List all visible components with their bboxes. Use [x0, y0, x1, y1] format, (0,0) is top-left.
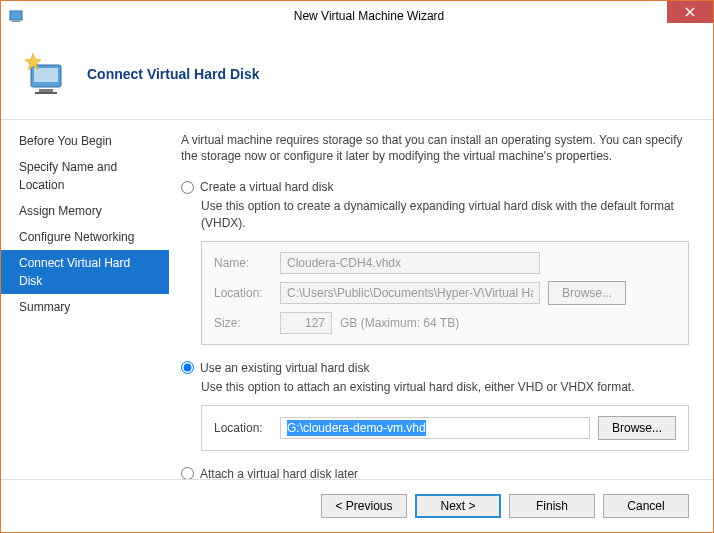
intro-text: A virtual machine requires storage so th…: [181, 132, 689, 164]
step-before-you-begin[interactable]: Before You Begin: [1, 128, 169, 154]
previous-button[interactable]: < Previous: [321, 494, 407, 518]
app-icon: [9, 8, 25, 24]
wizard-content: A virtual machine requires storage so th…: [169, 120, 713, 490]
radio-create-disk[interactable]: [181, 181, 194, 194]
svg-rect-1: [12, 21, 20, 22]
name-label: Name:: [214, 256, 272, 270]
svg-rect-0: [10, 11, 22, 20]
step-summary[interactable]: Summary: [1, 294, 169, 320]
create-desc: Use this option to create a dynamically …: [201, 198, 689, 230]
existing-fields: Location: G:\cloudera-demo-vm.vhd Browse…: [201, 405, 689, 451]
next-button[interactable]: Next >: [415, 494, 501, 518]
radio-existing-disk[interactable]: [181, 361, 194, 374]
size-input: [280, 312, 332, 334]
step-configure-networking[interactable]: Configure Networking: [1, 224, 169, 250]
cancel-button[interactable]: Cancel: [603, 494, 689, 518]
window-title: New Virtual Machine Wizard: [25, 9, 713, 23]
page-title: Connect Virtual Hard Disk: [87, 66, 259, 82]
create-fields: Name: Location: Browse... Size: GB (Maxi…: [201, 241, 689, 345]
svg-rect-4: [39, 89, 53, 92]
titlebar: New Virtual Machine Wizard: [1, 1, 713, 31]
svg-rect-3: [34, 68, 58, 82]
radio-existing-label: Use an existing virtual hard disk: [200, 361, 369, 375]
wizard-icon: [21, 49, 71, 99]
create-location-input: [280, 282, 540, 304]
create-browse-button: Browse...: [548, 281, 626, 305]
step-connect-disk[interactable]: Connect Virtual Hard Disk: [1, 250, 169, 294]
existing-location-input[interactable]: G:\cloudera-demo-vm.vhd: [280, 417, 590, 439]
wizard-header: Connect Virtual Hard Disk: [1, 31, 713, 120]
step-assign-memory[interactable]: Assign Memory: [1, 198, 169, 224]
step-specify-name[interactable]: Specify Name and Location: [1, 154, 169, 198]
existing-location-label: Location:: [214, 421, 272, 435]
wizard-steps: Before You Begin Specify Name and Locati…: [1, 120, 169, 490]
existing-desc: Use this option to attach an existing vi…: [201, 379, 689, 395]
radio-create-label: Create a virtual hard disk: [200, 180, 333, 194]
wizard-footer: < Previous Next > Finish Cancel: [1, 479, 713, 532]
create-location-label: Location:: [214, 286, 272, 300]
size-suffix: GB (Maximum: 64 TB): [340, 316, 459, 330]
close-button[interactable]: [667, 1, 713, 23]
existing-browse-button[interactable]: Browse...: [598, 416, 676, 440]
svg-rect-5: [35, 92, 57, 94]
name-input: [280, 252, 540, 274]
size-label: Size:: [214, 316, 272, 330]
finish-button[interactable]: Finish: [509, 494, 595, 518]
